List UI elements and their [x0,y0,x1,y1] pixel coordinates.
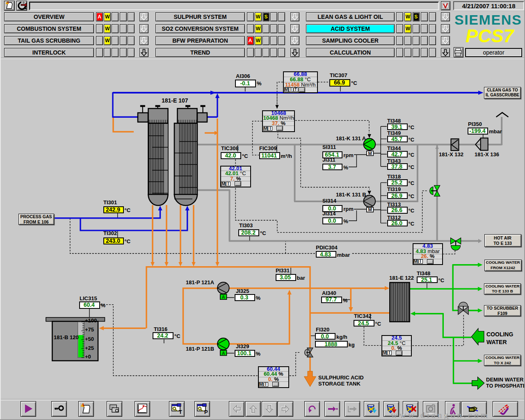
svg-text:T: T [179,409,182,415]
svg-text:A: A [222,294,225,299]
svg-text:M: M [368,207,372,212]
svg-text:M: M [368,151,372,156]
svg-text:A: A [222,351,225,356]
svg-text:P: P [204,409,208,415]
